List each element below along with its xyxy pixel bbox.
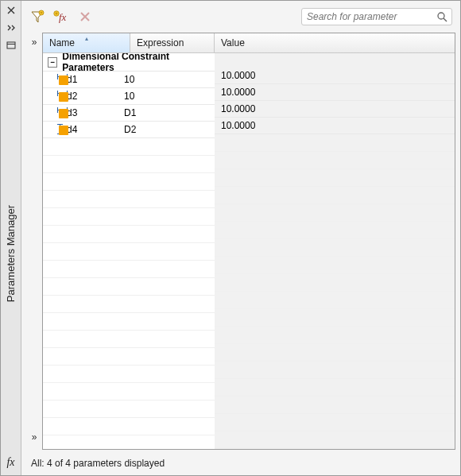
cell-value: 10.0000 (215, 103, 455, 114)
empty-row (215, 379, 455, 397)
palette-title: Parameters Manager (5, 199, 17, 308)
cell-expression[interactable]: D1 (118, 107, 202, 118)
status-bar: All: 4 of 4 parameters displayed (26, 455, 455, 470)
empty-row (43, 383, 215, 401)
table-row[interactable]: d4D2 (43, 122, 215, 138)
empty-row (43, 278, 215, 296)
table-row-value[interactable]: 10.0000 (215, 68, 455, 84)
table-row[interactable]: d110 (43, 72, 215, 88)
pin-icon[interactable] (5, 21, 17, 34)
row-icon (43, 107, 65, 118)
empty-row (43, 208, 215, 226)
cell-value: 10.0000 (215, 120, 455, 131)
empty-row (215, 152, 455, 169)
menu-icon[interactable] (5, 39, 17, 52)
search-input[interactable] (305, 11, 436, 22)
grid: − Dimensional Constraint Parameters d110… (43, 53, 455, 449)
empty-row (215, 239, 455, 257)
empty-row (215, 431, 455, 449)
empty-row (43, 156, 215, 173)
empty-row (215, 134, 455, 152)
horizontal-dimension-icon (57, 107, 65, 118)
table-row[interactable]: d3D1 (43, 105, 215, 122)
empty-row (215, 362, 455, 379)
column-header-expression[interactable]: Expression (130, 33, 215, 52)
empty-row (43, 173, 215, 191)
horizontal-dimension-icon (57, 91, 65, 102)
delete-button (77, 9, 93, 25)
filter-button[interactable] (29, 9, 45, 25)
empty-row (215, 187, 455, 204)
empty-row (43, 138, 215, 156)
column-header-name-label: Name (49, 37, 75, 48)
vertical-dimension-icon (57, 124, 65, 135)
row-icon (43, 74, 65, 85)
collapse-top-button[interactable]: » (32, 37, 37, 47)
table-row-value[interactable]: 10.0000 (215, 84, 455, 101)
search-icon[interactable] (436, 10, 448, 23)
cell-name[interactable]: d1 (65, 74, 118, 85)
grid-right-column: x 10.000010.000010.000010.0000 (215, 53, 455, 449)
empty-row (215, 344, 455, 362)
empty-row (43, 348, 215, 366)
parameters-manager-palette: Parameters Manager fx fx (0, 0, 461, 476)
empty-row (215, 257, 455, 274)
empty-row (215, 222, 455, 239)
grid-left-columns: − Dimensional Constraint Parameters d110… (43, 53, 215, 449)
cell-expression[interactable]: 10 (118, 74, 202, 85)
svg-point-5 (438, 13, 444, 19)
svg-rect-0 (7, 42, 15, 48)
horizontal-dimension-icon (57, 74, 65, 85)
cell-value: 10.0000 (215, 87, 455, 98)
search-box[interactable] (301, 8, 452, 25)
titlebar-controls (5, 4, 17, 52)
empty-row (43, 401, 215, 418)
empty-row (215, 327, 455, 344)
main-area: » » ▴ Name Expression Value (26, 33, 455, 450)
empty-row (43, 331, 215, 348)
toolbar-left: fx (29, 9, 93, 25)
svg-line-6 (444, 18, 447, 21)
column-header-value-label: Value (221, 37, 245, 48)
palette-titlebar: Parameters Manager fx (1, 1, 21, 475)
empty-row (215, 397, 455, 414)
empty-row (43, 191, 215, 208)
column-header-expression-label: Expression (137, 37, 184, 48)
toolbar: fx (26, 6, 455, 28)
empty-row (215, 204, 455, 222)
fx-icon: fx (6, 456, 14, 472)
table-row-value[interactable]: 10.0000 (215, 101, 455, 118)
empty-row (215, 274, 455, 292)
group-collapse-toggle[interactable]: − (48, 57, 57, 68)
cell-expression[interactable]: 10 (118, 91, 202, 102)
row-icon (43, 124, 65, 135)
collapse-column: » » (26, 33, 42, 450)
cell-expression[interactable]: D2 (118, 124, 202, 135)
close-icon[interactable] (5, 4, 17, 17)
empty-row (43, 418, 215, 435)
empty-row (215, 169, 455, 187)
empty-row (215, 309, 455, 327)
table-row[interactable]: d210 (43, 88, 215, 105)
cell-name[interactable]: d4 (65, 124, 118, 135)
column-header-value[interactable]: Value (215, 33, 455, 52)
group-label: Dimensional Constraint Parameters (62, 53, 215, 73)
column-headers: ▴ Name Expression Value (43, 33, 455, 53)
status-text: All: 4 of 4 parameters displayed (31, 458, 165, 469)
column-header-name[interactable]: ▴ Name (43, 33, 130, 52)
row-icon (43, 91, 65, 102)
empty-row (43, 296, 215, 313)
empty-row (215, 414, 455, 431)
empty-row (43, 243, 215, 261)
new-expression-button[interactable]: fx (53, 9, 69, 25)
table-row-value[interactable]: 10.0000 (215, 118, 455, 134)
empty-row (43, 261, 215, 278)
cell-name[interactable]: d3 (65, 107, 118, 118)
collapse-bottom-button[interactable]: » (32, 432, 37, 442)
group-row[interactable]: − Dimensional Constraint Parameters (43, 53, 215, 72)
sort-ascending-icon: ▴ (85, 35, 88, 42)
empty-row (215, 292, 455, 309)
empty-row (43, 226, 215, 243)
cell-name[interactable]: d2 (65, 91, 118, 102)
parameters-panel: ▴ Name Expression Value − Dimensional (42, 33, 455, 450)
